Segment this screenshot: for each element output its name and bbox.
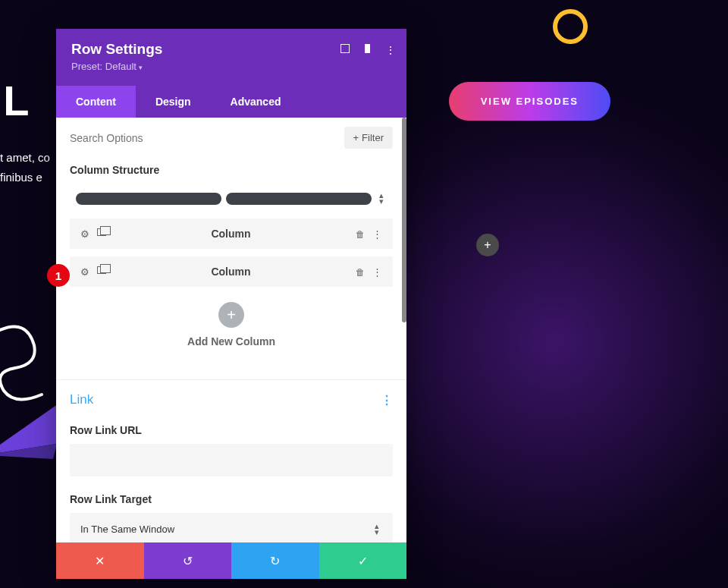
chevron-updown-icon[interactable]: ▴▾ [376,193,387,204]
trash-icon[interactable] [356,228,365,240]
close-button[interactable]: ✕ [56,542,144,579]
panel-footer: ✕ ↺ ↻ ✓ [56,542,406,579]
expand-icon[interactable] [340,44,350,53]
save-button[interactable]: ✓ [319,542,407,579]
duplicate-icon[interactable] [97,266,106,274]
more-icon[interactable] [372,228,382,240]
column-row[interactable]: Column [70,219,393,249]
search-input[interactable] [70,132,344,144]
column-label: Column [106,228,356,240]
divider [56,379,406,380]
row-settings-panel: Row Settings Preset: Default Content Des… [56,29,406,579]
search-row: + Filter [56,118,406,158]
header-icon-group [340,44,396,56]
paragraph-line: t amet, co [0,151,50,164]
column-row-right-icons [356,228,382,240]
column-row-left-icons [80,266,106,278]
page-paragraph-fragment: t amet, co finibus e [0,148,50,187]
chevron-updown-icon: ▴▾ [372,524,382,535]
column-structure-selector[interactable]: ▴▾ [70,187,393,211]
more-icon[interactable] [372,266,382,278]
gear-icon[interactable] [80,266,89,278]
more-icon[interactable] [385,44,396,56]
tab-advanced[interactable]: Advanced [211,86,301,118]
page-heading-fragment: t L [0,76,29,125]
trash-icon[interactable] [356,266,365,278]
redo-button[interactable]: ↻ [231,542,319,579]
link-section-header: Link [70,392,393,407]
view-episodes-button[interactable]: VIEW EPISODES [449,82,610,121]
link-section: Link Row Link URL Row Link Target In The… [56,392,406,542]
panel-tabs: Content Design Advanced [56,86,406,118]
plus-icon: + [353,132,359,143]
filter-label: Filter [362,132,384,143]
column-bar [76,193,221,205]
panel-body: + Filter Column Structure ▴▾ Column [56,118,406,542]
row-link-target-select[interactable]: In The Same Window ▴▾ [70,513,393,542]
column-structure-section: Column Structure ▴▾ Column [56,158,406,379]
row-link-target-label: Row Link Target [70,493,393,505]
gear-icon[interactable] [80,228,89,240]
responsive-icon[interactable] [365,44,370,53]
select-value: In The Same Window [80,524,174,535]
tab-content[interactable]: Content [56,86,136,118]
add-column-label: Add New Column [70,335,393,347]
yellow-circle-icon [553,9,588,44]
duplicate-icon[interactable] [97,228,106,236]
preset-dropdown[interactable]: Preset: Default [71,61,391,72]
squiggle-icon [0,319,64,410]
column-row[interactable]: Column [70,256,393,287]
paragraph-line: finibus e [0,171,42,184]
more-icon[interactable] [381,393,393,407]
column-label: Column [106,266,356,278]
column-structure-label: Column Structure [70,164,393,176]
add-column-area: + Add New Column [70,287,393,366]
annotation-badge: 1 [47,264,70,287]
tab-design[interactable]: Design [136,86,211,118]
panel-header: Row Settings Preset: Default [56,29,406,86]
undo-button[interactable]: ↺ [144,542,232,579]
column-row-right-icons [356,266,382,278]
link-section-title[interactable]: Link [70,392,93,407]
add-module-button[interactable]: + [476,234,499,256]
scrollbar[interactable] [402,118,406,322]
add-column-button[interactable]: + [218,302,244,328]
column-row-left-icons [80,228,106,240]
filter-button[interactable]: + Filter [344,127,393,149]
row-link-url-label: Row Link URL [70,424,393,436]
column-bar [226,193,372,205]
row-link-url-input[interactable] [70,444,393,476]
